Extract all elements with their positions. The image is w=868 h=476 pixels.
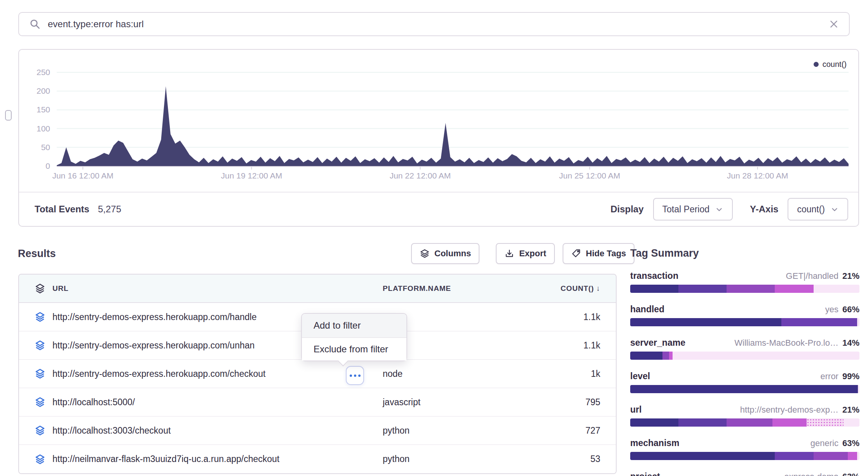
search-bar [18,12,850,36]
events-chart-svg [57,61,849,170]
yaxis-select[interactable]: count() [788,198,848,220]
count-header-label: COUNT() [561,284,594,292]
tag-row-transaction: transaction GET|/handled 21% [630,271,859,293]
tag-distribution-bar[interactable] [630,452,859,460]
table-row: http://neilmanvar-flask-m3uuizd7iq-uc.a.… [19,445,616,473]
tag-distribution-bar[interactable] [630,285,859,293]
columns-button-label: Columns [434,248,471,259]
display-label: Display [610,204,643,215]
tag-distribution-bar[interactable] [630,418,859,427]
cell-url: http://neilmanvar-flask-m3uuizd7iq-uc.a.… [52,454,383,464]
cell-platform: javascript [383,397,546,408]
tag-top-value: http://sentry-demos-exp… [740,405,838,415]
stack-icon[interactable] [35,312,52,322]
tag-row-project: project express-demo 63% [630,471,859,476]
download-icon [504,248,514,259]
cell-platform: python [383,454,546,464]
table-row: http://sentry-demos-express.herokuapp.co… [19,360,616,388]
column-header-count[interactable]: COUNT() ↓ [546,284,600,293]
tag-percent: 63% [842,438,859,448]
column-header-platform[interactable]: PLATFORM.NAME [383,284,546,293]
results-toolbar: Columns Export Hide Tags [411,243,634,264]
cell-count: 727 [546,425,600,436]
tag-name: transaction [630,271,678,281]
tag-percent: 66% [842,304,859,315]
clear-search-icon[interactable] [829,19,839,29]
tag-summary-heading: Tag Summary [630,247,859,259]
cell-platform: python [383,425,546,436]
search-input[interactable] [48,19,822,30]
cell-url: http://sentry-demos-express.herokuapp.co… [52,369,383,379]
tag-row-handled: handled yes 66% [630,304,859,326]
results-table: URL PLATFORM.NAME COUNT() ↓ http://sentr… [18,274,617,474]
tag-distribution-bar[interactable] [630,385,859,393]
yaxis-select-value: count() [797,204,825,215]
chevron-down-icon [830,205,839,214]
tag-top-value: yes [825,304,838,315]
ellipsis-icon [350,374,352,377]
yaxis-label: Y-Axis [750,204,778,215]
chevron-down-icon [715,205,723,214]
tag-summary: Tag Summary transaction GET|/handled 21%… [630,247,859,476]
cell-count: 1k [546,369,600,379]
export-button[interactable]: Export [496,243,555,264]
hide-tags-button[interactable]: Hide Tags [563,243,635,264]
stack-icon[interactable] [35,425,52,436]
stack-icon[interactable] [35,397,52,408]
tag-row-level: level error 99% [630,371,859,393]
cell-url: http://localhost:5000/ [52,397,383,408]
tag-top-value: Williams-MacBook-Pro.lo… [734,338,838,348]
sort-descending-icon: ↓ [596,284,600,292]
chart-footer: Total Events 5,275 Display Total Period … [19,192,858,226]
search-icon [29,18,41,30]
tag-icon [571,248,581,259]
stack-icon[interactable] [35,340,52,351]
tag-percent: 21% [842,271,859,281]
tag-name: handled [630,304,664,315]
tag-row-server-name: server_name Williams-MacBook-Pro.lo… 14% [630,338,859,360]
layers-icon [420,248,430,259]
cell-count: 1.1k [546,312,600,322]
tag-name: server_name [630,338,685,348]
stack-icon[interactable] [35,283,52,294]
display-select[interactable]: Total Period [653,198,733,220]
cell-actions-button[interactable] [346,366,364,385]
table-row: http://localhost:3003/checkout python 72… [19,416,616,445]
stack-icon[interactable] [35,368,52,379]
tag-top-value: express-demo [784,472,838,476]
cell-actions-menu: Add to filter Exclude from filter [301,313,407,361]
cell-count: 1.1k [546,340,600,351]
table-header-row: URL PLATFORM.NAME COUNT() ↓ [19,275,616,303]
cell-count: 53 [546,454,600,464]
tag-name: url [630,404,641,415]
menu-item-exclude-from-filter[interactable]: Exclude from filter [302,337,406,360]
total-events-label: Total Events [35,204,89,215]
tag-distribution-bar[interactable] [630,352,859,360]
sidebar-resize-handle[interactable] [5,110,12,121]
tag-name: level [630,371,650,382]
tag-name: mechanism [630,438,680,448]
cell-url: http://localhost:3003/checkout [52,425,383,436]
events-chart-panel: count() 050100150200250 Jun 16 12:00 AMJ… [18,49,859,227]
menu-item-add-to-filter[interactable]: Add to filter [302,314,406,337]
hide-tags-button-label: Hide Tags [586,248,626,259]
total-events-value: 5,275 [98,204,121,215]
stack-icon[interactable] [35,454,52,465]
display-select-value: Total Period [662,204,709,215]
table-row: http://localhost:5000/ javascript 795 [19,388,616,416]
tag-percent: 14% [842,338,859,348]
tag-percent: 21% [842,405,859,415]
tag-percent: 63% [842,472,859,476]
tag-name: project [630,471,660,476]
cell-platform: node [383,369,546,379]
tag-percent: 99% [842,371,859,382]
tag-distribution-bar[interactable] [630,318,859,326]
tag-top-value: error [821,371,838,382]
tag-row-mechanism: mechanism generic 63% [630,438,859,460]
cell-count: 795 [546,397,600,408]
tag-row-url: url http://sentry-demos-exp… 21% [630,404,859,427]
results-heading: Results [18,248,56,260]
column-header-url[interactable]: URL [52,284,383,293]
export-button-label: Export [519,248,546,259]
columns-button[interactable]: Columns [411,243,479,264]
